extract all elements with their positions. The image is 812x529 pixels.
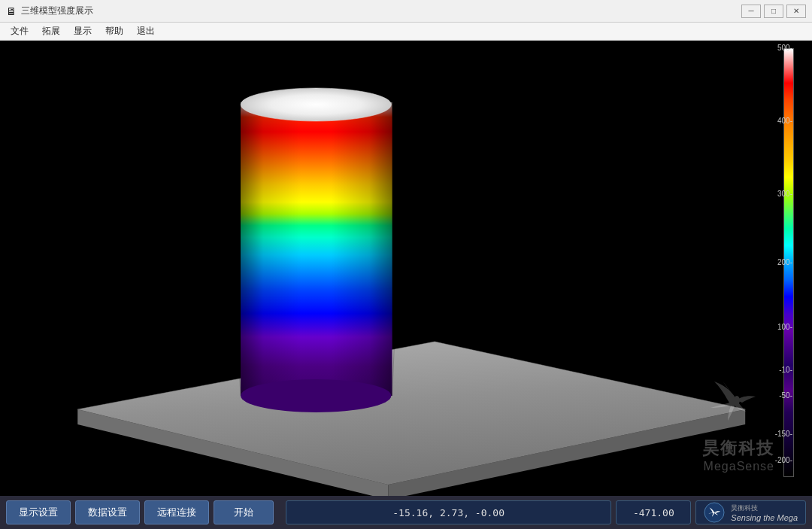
brand-display: 昊衡科技 Sensing the Mega — [695, 500, 806, 524]
menu-item-display[interactable]: 显示 — [68, 23, 98, 39]
app-icon: 🖥 — [6, 5, 17, 17]
svg-point-7 — [734, 396, 740, 405]
3d-viewport[interactable]: 500- 400- 300- 200- 100- -10- -50- -150-… — [0, 41, 812, 496]
brand-english: Sensing the Mega — [731, 513, 798, 522]
coordinates-display: -15.16, 2.73, -0.00 — [286, 500, 611, 524]
watermark-english: MegaSense — [704, 460, 774, 473]
coords-value: -15.16, 2.73, -0.00 — [392, 507, 504, 518]
menu-item-help[interactable]: 帮助 — [99, 23, 129, 39]
scale-label-400: 400- — [777, 117, 792, 125]
scale-label-300: 300- — [777, 190, 792, 198]
menu-item-expand[interactable]: 拓展 — [36, 23, 66, 39]
menu-bar: 文件拓展显示帮助退出 — [0, 23, 812, 41]
scale-label-500: 500- — [777, 44, 792, 52]
watermark: 昊衡科技 MegaSense — [699, 366, 774, 473]
start-button[interactable]: 开始 — [214, 500, 274, 524]
menu-item-file[interactable]: 文件 — [5, 23, 35, 39]
remote-connect-button[interactable]: 远程连接 — [144, 500, 209, 524]
svg-marker-0 — [77, 342, 745, 485]
brand-icon-svg — [704, 502, 725, 523]
minimize-button[interactable]: ─ — [741, 5, 761, 18]
close-button[interactable]: ✕ — [786, 5, 806, 18]
svg-point-6 — [241, 379, 391, 412]
scene-svg — [0, 41, 812, 496]
data-settings-button[interactable]: 数据设置 — [75, 500, 140, 524]
scale-label-minus50: -50- — [779, 391, 792, 400]
svg-point-5 — [241, 88, 391, 121]
scale-label-minus150: -150- — [775, 430, 792, 438]
svg-rect-4 — [241, 102, 392, 396]
color-scale: 500- 400- 300- 200- 100- -10- -50- -150-… — [783, 48, 804, 477]
scale-label-minus200: -200- — [775, 456, 792, 464]
title-bar: 🖥 三维模型强度展示 ─ □ ✕ — [0, 0, 812, 23]
app-title: 三维模型强度展示 — [21, 5, 741, 17]
scale-label-200: 200- — [777, 258, 792, 266]
intensity-value-display: -471.00 — [616, 500, 691, 524]
viewport-area: 500- 400- 300- 200- 100- -10- -50- -150-… — [0, 41, 812, 496]
scale-label-100: 100- — [777, 323, 792, 331]
display-settings-button[interactable]: 显示设置 — [6, 500, 71, 524]
hummingbird-logo — [699, 366, 774, 434]
brand-chinese: 昊衡科技 — [731, 503, 798, 513]
bottom-bar: 显示设置 数据设置 远程连接 开始 -15.16, 2.73, -0.00 -4… — [0, 496, 812, 529]
window-controls: ─ □ ✕ — [741, 5, 806, 18]
watermark-chinese: 昊衡科技 — [702, 437, 774, 460]
scale-label-minus10: -10- — [779, 366, 792, 374]
intensity-value: -471.00 — [633, 507, 674, 518]
maximize-button[interactable]: □ — [764, 5, 783, 18]
brand-text: 昊衡科技 Sensing the Mega — [731, 503, 798, 522]
menu-item-exit[interactable]: 退出 — [131, 23, 161, 39]
